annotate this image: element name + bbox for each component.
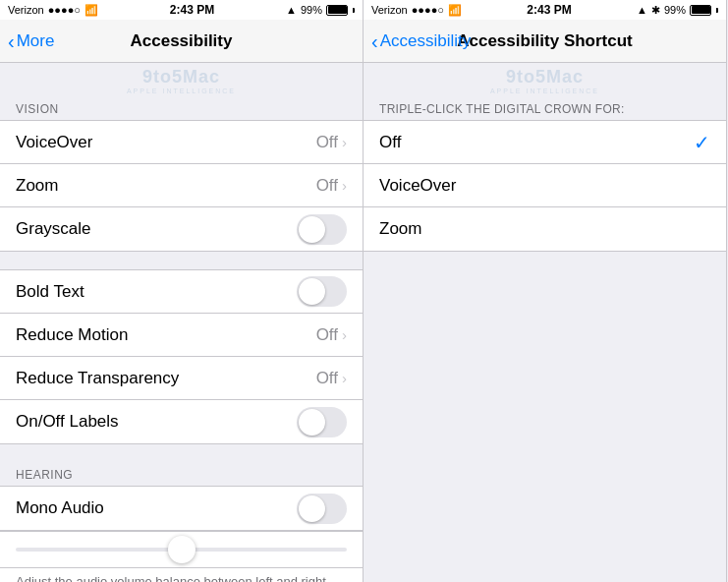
- mono-audio-toggle-knob: [299, 495, 325, 522]
- voiceover-value: Off: [316, 133, 338, 152]
- table-row[interactable]: Grayscale: [0, 207, 363, 251]
- bold-text-toggle-knob: [299, 278, 325, 305]
- carrier-text-right: Verizon: [371, 4, 408, 16]
- table-row[interactable]: Reduce Motion Off ›: [0, 314, 363, 357]
- battery-text-right: 99%: [664, 4, 686, 16]
- onoff-labels-toggle-knob: [299, 409, 325, 436]
- spacer-1: [0, 252, 363, 269]
- bold-text-toggle[interactable]: [297, 276, 347, 307]
- battery-icon-right: [690, 5, 711, 16]
- shortcut-panel: Verizon ●●●●○ 📶 2:43 PM ▲ ✱ 99% ‹ Access…: [364, 0, 727, 582]
- shortcut-voiceover-label: VoiceOver: [379, 176, 456, 196]
- reduce-transparency-chevron: ›: [342, 370, 347, 386]
- table-row[interactable]: Zoom Off ›: [0, 164, 363, 207]
- back-chevron-left: ‹: [8, 31, 15, 51]
- carrier-text: Verizon: [8, 4, 44, 16]
- reduce-motion-value: Off: [316, 325, 338, 345]
- accessibility-panel: Verizon ●●●●○ 📶 2:43 PM ▲ 99% ‹ More Acc…: [0, 0, 364, 582]
- table-row[interactable]: VoiceOver Off ›: [0, 121, 363, 164]
- reduce-transparency-label: Reduce Transparency: [16, 369, 179, 388]
- nav-title-right: Accessibility Shortcut: [457, 31, 633, 51]
- section-header-vision: VISION: [0, 96, 363, 120]
- grayscale-label: Grayscale: [16, 219, 91, 239]
- voiceover-label: VoiceOver: [16, 133, 92, 152]
- voiceover-right: Off ›: [316, 133, 347, 152]
- audio-slider-desc: Adjust the audio volume balance between …: [0, 568, 363, 582]
- location-icon: ▲: [286, 4, 297, 16]
- status-right-right: ▲ ✱ 99%: [637, 4, 718, 17]
- watermark-sub-left: APPLE INTELLIGENCE: [0, 87, 363, 94]
- status-time-left: 2:43 PM: [170, 3, 214, 17]
- battery-text: 99%: [301, 4, 322, 16]
- status-left: Verizon ●●●●○ 📶: [8, 4, 98, 17]
- shortcut-zoom-label: Zoom: [379, 219, 421, 239]
- section-header-hearing: HEARING: [0, 462, 363, 486]
- bluetooth-icon-right: ✱: [651, 4, 660, 17]
- onoff-labels-label: On/Off Labels: [16, 412, 119, 432]
- grayscale-toggle-knob: [299, 216, 325, 243]
- table-row[interactable]: Zoom: [364, 207, 726, 251]
- back-button-left[interactable]: ‹ More: [8, 31, 54, 51]
- audio-slider-track[interactable]: [16, 548, 347, 552]
- watermark-main-right: 9to5Mac: [364, 67, 726, 87]
- table-row[interactable]: Off ✓: [364, 121, 726, 164]
- status-left-right: Verizon ●●●●○ 📶: [371, 4, 462, 17]
- table-row[interactable]: VoiceOver: [364, 164, 726, 207]
- back-button-right[interactable]: ‹ Accessibility: [371, 31, 471, 51]
- reduce-transparency-right: Off ›: [316, 369, 347, 388]
- watermark-left: 9to5Mac APPLE INTELLIGENCE: [0, 63, 363, 96]
- nav-bar-left: ‹ More Accessibility: [0, 20, 363, 63]
- triple-click-header: TRIPLE-CLICK THE DIGITAL CROWN FOR:: [364, 96, 726, 120]
- onoff-labels-toggle[interactable]: [297, 407, 347, 437]
- zoom-label: Zoom: [16, 176, 58, 196]
- spacer-2: [0, 444, 363, 462]
- signal-icon: ●●●●○: [48, 4, 81, 16]
- audio-slider-thumb[interactable]: [168, 536, 196, 563]
- voiceover-chevron: ›: [342, 134, 347, 150]
- mono-audio-label: Mono Audio: [16, 498, 104, 518]
- battery-tip-right: [716, 8, 718, 13]
- back-label-right[interactable]: Accessibility: [380, 31, 472, 51]
- grayscale-toggle[interactable]: [297, 214, 347, 245]
- table-row[interactable]: Mono Audio: [0, 487, 363, 530]
- reduce-motion-chevron: ›: [342, 326, 347, 343]
- audio-slider-row[interactable]: [0, 531, 363, 568]
- mono-audio-toggle[interactable]: [297, 494, 347, 524]
- wifi-icon-right: 📶: [448, 4, 462, 17]
- battery-tip-icon: [353, 8, 355, 13]
- wifi-icon: 📶: [84, 4, 98, 17]
- watermark-main-left: 9to5Mac: [0, 67, 363, 87]
- zoom-value: Off: [316, 176, 338, 196]
- watermark-sub-right: APPLE INTELLIGENCE: [364, 87, 726, 94]
- bold-text-label: Bold Text: [16, 282, 84, 302]
- content-left: VISION VoiceOver Off › Zoom Off › Graysc…: [0, 96, 363, 582]
- back-chevron-right: ‹: [371, 31, 378, 51]
- signal-icon-right: ●●●●○: [412, 4, 444, 16]
- table-row[interactable]: Bold Text: [0, 270, 363, 314]
- status-time-right: 2:43 PM: [527, 3, 571, 17]
- location-icon-right: ▲: [637, 4, 647, 16]
- table-row[interactable]: On/Off Labels: [0, 400, 363, 443]
- table-row[interactable]: Reduce Transparency Off ›: [0, 357, 363, 400]
- content-right: TRIPLE-CLICK THE DIGITAL CROWN FOR: Off …: [364, 96, 726, 582]
- status-bar-right: Verizon ●●●●○ 📶 2:43 PM ▲ ✱ 99%: [364, 0, 726, 20]
- zoom-chevron: ›: [342, 177, 347, 194]
- hearing-group: Mono Audio: [0, 486, 363, 531]
- zoom-right: Off ›: [316, 176, 347, 196]
- battery-icon: [326, 5, 348, 16]
- checkmark-icon: ✓: [694, 131, 710, 154]
- shortcut-off-label: Off: [379, 133, 401, 152]
- reduce-transparency-value: Off: [316, 369, 338, 388]
- display-group: Bold Text Reduce Motion Off › Reduce Tra…: [0, 269, 363, 444]
- status-bar-left: Verizon ●●●●○ 📶 2:43 PM ▲ 99%: [0, 0, 363, 20]
- back-label-left[interactable]: More: [17, 31, 55, 51]
- nav-bar-right: ‹ Accessibility Accessibility Shortcut: [364, 20, 726, 63]
- watermark-right: 9to5Mac APPLE INTELLIGENCE: [364, 63, 726, 96]
- nav-title-left: Accessibility: [131, 31, 233, 51]
- reduce-motion-label: Reduce Motion: [16, 325, 128, 345]
- shortcut-group: Off ✓ VoiceOver Zoom: [364, 120, 726, 252]
- status-right-left: ▲ 99%: [286, 4, 355, 16]
- reduce-motion-right: Off ›: [316, 325, 347, 345]
- vision-group: VoiceOver Off › Zoom Off › Grayscale: [0, 120, 363, 252]
